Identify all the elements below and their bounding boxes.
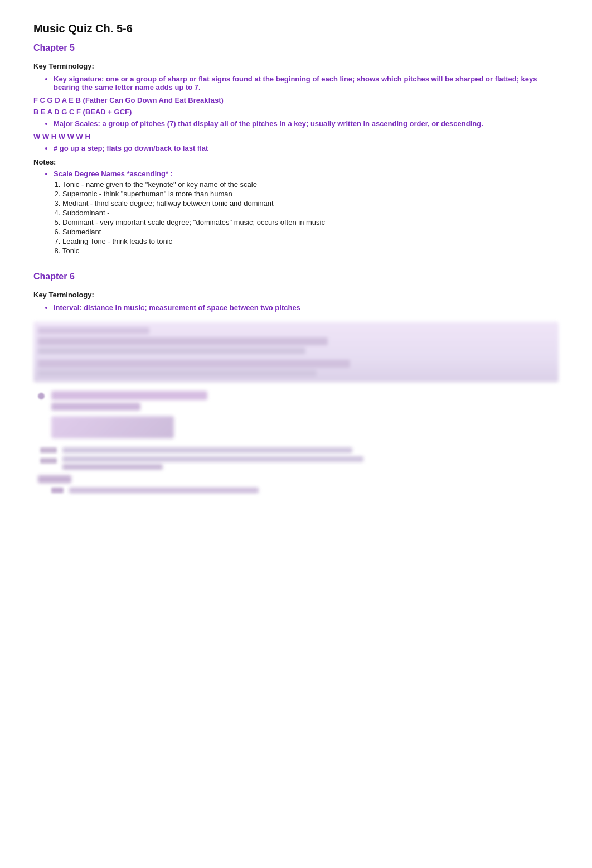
list-item: Tonic bbox=[62, 247, 559, 255]
blurred-indent-block bbox=[51, 416, 559, 438]
chapter6-heading: Chapter 6 bbox=[33, 272, 559, 282]
list-item: Dominant - very important scale degree; … bbox=[62, 218, 559, 226]
list-item: Subdominant - bbox=[62, 209, 559, 217]
blurred-block-top bbox=[33, 322, 559, 382]
list-item: Submediant bbox=[62, 228, 559, 236]
list-item: Mediant - third scale degree; halfway be… bbox=[62, 199, 559, 208]
chapter5-heading: Chapter 5 bbox=[33, 43, 559, 53]
scale-degree-heading: Scale Degree Names *ascending* : bbox=[54, 170, 559, 178]
list-item: Supertonic - think "superhuman" is more … bbox=[62, 190, 559, 198]
beadgcf-line: B E A D G C F (BEAD + GCF) bbox=[33, 108, 559, 116]
list-item: # go up a step; flats go down/back to la… bbox=[54, 144, 559, 152]
notes-label: Notes: bbox=[33, 158, 559, 166]
chapter6-terminology-label: Key Terminology: bbox=[33, 291, 559, 299]
list-item: Key signature: one or a group of sharp o… bbox=[54, 75, 559, 91]
blurred-content-area bbox=[33, 322, 559, 493]
sharp-flat-list: # go up a step; flats go down/back to la… bbox=[33, 144, 559, 152]
list-item: Major Scales: a group of pitches (7) tha… bbox=[54, 119, 559, 128]
blurred-small-label bbox=[38, 475, 71, 483]
notes-section: Notes: Scale Degree Names *ascending* : … bbox=[33, 158, 559, 255]
chapter6-terminology-list: Interval: distance in music; measurement… bbox=[33, 303, 559, 312]
scale-degrees-ol: Tonic - name given to the "keynote" or k… bbox=[33, 180, 559, 255]
fcgdaeb-line: F C G D A E B (Father Can Go Down And Ea… bbox=[33, 96, 559, 104]
blurred-section-mid bbox=[33, 391, 559, 493]
blurred-list-item-3 bbox=[38, 456, 559, 470]
blurred-list-item-1 bbox=[38, 391, 559, 411]
page-title: Music Quiz Ch. 5-6 bbox=[33, 22, 559, 35]
major-scales-list: Major Scales: a group of pitches (7) tha… bbox=[33, 119, 559, 128]
blurred-list-item-2 bbox=[38, 447, 559, 453]
chapter6-section: Chapter 6 Key Terminology: Interval: dis… bbox=[33, 272, 559, 493]
scale-degree-list: Scale Degree Names *ascending* : bbox=[33, 170, 559, 178]
list-item: Interval: distance in music; measurement… bbox=[54, 303, 559, 312]
chapter5-terminology-label: Key Terminology: bbox=[33, 62, 559, 70]
list-item: Leading Tone - think leads to tonic bbox=[62, 237, 559, 245]
blurred-list-item-4 bbox=[38, 488, 559, 493]
list-item: Tonic - name given to the "keynote" or k… bbox=[62, 180, 559, 189]
wwhwwwh-line: W W H W W W H bbox=[33, 132, 559, 141]
chapter5-terminology-list: Key signature: one or a group of sharp o… bbox=[33, 75, 559, 91]
